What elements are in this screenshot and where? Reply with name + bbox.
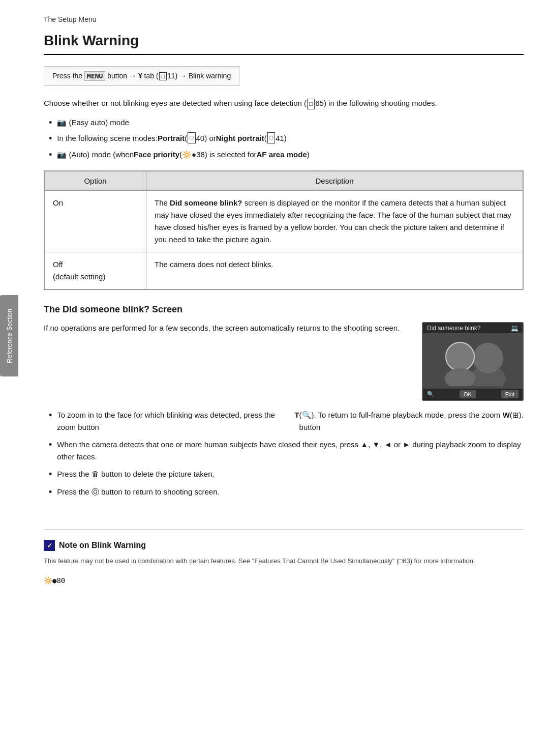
subsection-intro: If no operations are performed for a few… — [44, 322, 407, 334]
camera-display: Did someone blink? 💻 — [422, 322, 524, 401]
table-header-description: Description — [146, 171, 523, 190]
sub-bullet-return: Press the Ⓞ button to return to shooting… — [49, 486, 524, 499]
list-item-icon: 📷 — [57, 117, 67, 129]
two-column-section: If no operations are performed for a few… — [44, 322, 524, 401]
table-cell-option-off: Off(default setting) — [45, 252, 146, 289]
nav-box: Press the MENU button → ¥ tab (□11) → Bl… — [44, 66, 239, 86]
camera-screen-body — [423, 333, 523, 388]
camera-screen-image: Did someone blink? 💻 — [422, 322, 524, 401]
table-cell-option-on: On — [45, 190, 146, 252]
list-item: 📷 (Easy auto) mode — [49, 117, 524, 129]
camera-silhouette-svg — [432, 335, 513, 386]
side-reference-tab: Reference Section — [0, 295, 18, 376]
table-row: Off(default setting) The camera does not… — [45, 252, 523, 289]
note-title: ✓ Note on Blink Warning — [44, 540, 524, 551]
svg-point-1 — [473, 343, 503, 373]
note-title-text: Note on Blink Warning — [59, 541, 146, 550]
page-title: Blink Warning — [44, 33, 524, 55]
camera-screen-header: Did someone blink? 💻 — [423, 323, 523, 333]
camera-screen-footer: 🔍 OK Exit — [423, 389, 523, 400]
menu-label: MENU — [84, 71, 105, 81]
note-section: ✓ Note on Blink Warning This feature may… — [44, 529, 524, 566]
exit-button-display: Exit — [501, 390, 518, 398]
page-number: 🔆●80 — [44, 576, 65, 585]
intro-text: Choose whether or not blinking eyes are … — [44, 97, 524, 109]
subsection-title: The Did someone blink? Screen — [44, 304, 524, 315]
table-cell-desc-off: The camera does not detect blinks. — [146, 252, 523, 289]
subsection-bullet-list: To zoom in to the face for which blinkin… — [44, 409, 524, 499]
ok-button-display: OK — [460, 390, 476, 398]
camera-screen-title: Did someone blink? — [427, 325, 480, 332]
table-header-option: Option — [45, 171, 146, 190]
svg-point-4 — [445, 368, 475, 386]
note-icon: ✓ — [44, 540, 55, 551]
options-table: Option Description On The Did someone bl… — [44, 170, 524, 290]
nav-text: Press the MENU button → ¥ tab (□11) → Bl… — [52, 72, 231, 80]
subsection-text-col: If no operations are performed for a few… — [44, 322, 407, 401]
sub-bullet-navigate: When the camera detects that one or more… — [49, 439, 524, 463]
section-label: The Setup Menu — [44, 15, 524, 23]
list-item: 📷 (Auto) mode (when Face priority (🔆●38)… — [49, 149, 524, 161]
page-footer: 🔆●80 — [44, 576, 524, 585]
zoom-icon: 🔍 — [427, 391, 434, 397]
table-cell-desc-on: The Did someone blink? screen is display… — [146, 190, 523, 252]
list-item: In the following scene modes: Portrait (… — [49, 132, 524, 145]
note-text: This feature may not be used in combinat… — [44, 556, 524, 566]
bullet-list: 📷 (Easy auto) mode In the following scen… — [44, 117, 524, 161]
sub-bullet-zoom: To zoom in to the face for which blinkin… — [49, 409, 524, 433]
table-row: On The Did someone blink? screen is disp… — [45, 190, 523, 252]
sub-bullet-delete: Press the 🗑 button to delete the picture… — [49, 468, 524, 481]
camera-header-icon: 💻 — [511, 325, 518, 332]
side-tab-label: Reference Section — [6, 309, 13, 363]
